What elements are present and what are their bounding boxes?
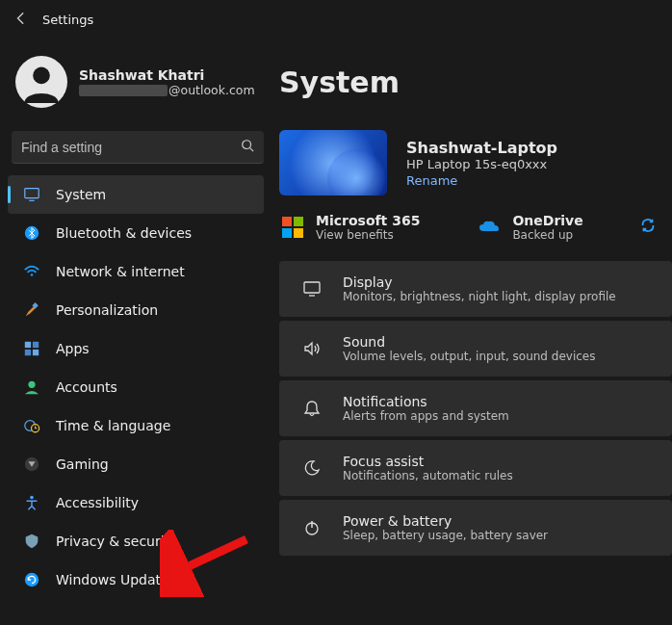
card-display[interactable]: Display Monitors, brightness, night ligh… bbox=[279, 261, 672, 317]
svg-rect-8 bbox=[25, 342, 31, 348]
svg-rect-18 bbox=[304, 282, 320, 293]
sidebar-item-system[interactable]: System bbox=[8, 175, 264, 214]
power-icon bbox=[295, 518, 329, 537]
moon-icon bbox=[295, 458, 329, 478]
svg-rect-3 bbox=[25, 189, 39, 198]
device-info: Shashwat-Laptop HP Laptop 15s-eq0xxx Ren… bbox=[279, 122, 672, 213]
sidebar-item-label: Accounts bbox=[56, 379, 117, 395]
microsoft-365-title: Microsoft 365 bbox=[316, 213, 420, 228]
gaming-icon bbox=[21, 456, 42, 473]
card-title: Sound bbox=[343, 334, 595, 350]
cloud-services-row: Microsoft 365 View benefits OneDrive Bac… bbox=[279, 213, 672, 259]
update-icon bbox=[21, 571, 42, 588]
sidebar-item-label: Personalization bbox=[56, 302, 158, 318]
sidebar-nav: System Bluetooth & devices Network & int… bbox=[4, 175, 271, 599]
account-icon bbox=[21, 378, 42, 396]
card-notifications[interactable]: Notifications Alerts from apps and syste… bbox=[279, 380, 672, 436]
rename-link[interactable]: Rename bbox=[406, 173, 557, 188]
wifi-icon bbox=[21, 263, 42, 280]
system-icon bbox=[21, 186, 42, 203]
sidebar-item-apps[interactable]: Apps bbox=[8, 329, 264, 368]
svg-point-16 bbox=[30, 496, 34, 500]
device-wallpaper-thumb bbox=[279, 130, 387, 195]
sidebar-item-privacy-security[interactable]: Privacy & security bbox=[8, 522, 264, 560]
bell-icon bbox=[295, 399, 329, 418]
sidebar-item-bluetooth[interactable]: Bluetooth & devices bbox=[8, 214, 264, 252]
card-title: Notifications bbox=[343, 394, 509, 409]
globe-clock-icon bbox=[21, 417, 42, 434]
sidebar-item-label: Windows Update bbox=[56, 572, 169, 587]
card-power-battery[interactable]: Power & battery Sleep, battery usage, ba… bbox=[279, 500, 672, 556]
svg-point-12 bbox=[28, 381, 35, 388]
page-heading: System bbox=[279, 65, 672, 99]
sidebar-item-accessibility[interactable]: Accessibility bbox=[8, 483, 264, 522]
card-sub: Volume levels, output, input, sound devi… bbox=[343, 350, 595, 363]
profile[interactable]: Shashwat Khatri @outlook.com bbox=[4, 46, 271, 121]
card-sub: Sleep, battery usage, battery saver bbox=[343, 529, 548, 542]
sidebar-item-label: Time & language bbox=[56, 418, 170, 433]
microsoft-365-sub: View benefits bbox=[316, 228, 420, 242]
sidebar-item-label: Apps bbox=[56, 341, 90, 356]
device-model: HP Laptop 15s-eq0xxx bbox=[406, 157, 557, 171]
apps-icon bbox=[21, 340, 42, 357]
device-name: Shashwat-Laptop bbox=[406, 139, 557, 157]
svg-point-6 bbox=[31, 273, 34, 276]
bluetooth-icon bbox=[21, 224, 42, 242]
search-input[interactable] bbox=[21, 140, 241, 155]
svg-point-0 bbox=[33, 67, 50, 85]
profile-name: Shashwat Khatri bbox=[79, 67, 255, 83]
accessibility-icon bbox=[21, 494, 42, 511]
card-sub: Monitors, brightness, night light, displ… bbox=[343, 290, 616, 303]
sidebar-item-windows-update[interactable]: Windows Update bbox=[8, 560, 264, 599]
card-sub: Notifications, automatic rules bbox=[343, 469, 513, 482]
onedrive-title: OneDrive bbox=[512, 213, 582, 228]
sidebar-item-label: Privacy & security bbox=[56, 534, 177, 549]
card-title: Power & battery bbox=[343, 513, 548, 529]
sidebar-item-label: Network & internet bbox=[56, 264, 185, 279]
sidebar-item-label: Accessibility bbox=[56, 495, 139, 510]
shield-icon bbox=[21, 533, 42, 550]
svg-point-17 bbox=[25, 573, 39, 586]
sidebar-item-gaming[interactable]: Gaming bbox=[8, 445, 264, 483]
svg-rect-10 bbox=[25, 350, 31, 355]
svg-line-2 bbox=[250, 148, 254, 152]
avatar bbox=[15, 56, 67, 108]
profile-email: @outlook.com bbox=[79, 83, 255, 97]
card-focus-assist[interactable]: Focus assist Notifications, automatic ru… bbox=[279, 440, 672, 496]
card-sound[interactable]: Sound Volume levels, output, input, soun… bbox=[279, 321, 672, 377]
svg-rect-11 bbox=[33, 350, 39, 355]
sidebar-item-label: System bbox=[56, 187, 106, 202]
microsoft-365-card[interactable]: Microsoft 365 View benefits bbox=[279, 213, 420, 242]
onedrive-sub: Backed up bbox=[512, 228, 582, 242]
card-title: Focus assist bbox=[343, 454, 513, 469]
search-box[interactable] bbox=[12, 131, 264, 164]
brush-icon bbox=[21, 301, 42, 319]
search-icon bbox=[241, 139, 254, 155]
back-button[interactable] bbox=[8, 11, 35, 29]
microsoft-365-icon bbox=[279, 214, 306, 241]
main-content: System Shashwat-Laptop HP Laptop 15s-eq0… bbox=[279, 39, 672, 625]
sidebar-item-time-language[interactable]: Time & language bbox=[8, 406, 264, 445]
onedrive-card[interactable]: OneDrive Backed up bbox=[476, 213, 582, 242]
svg-rect-9 bbox=[33, 342, 39, 348]
sidebar-item-label: Bluetooth & devices bbox=[56, 225, 192, 241]
onedrive-icon bbox=[476, 214, 503, 241]
sidebar: Shashwat Khatri @outlook.com System Blue… bbox=[0, 39, 279, 625]
card-sub: Alerts from apps and system bbox=[343, 409, 509, 423]
redacted-username bbox=[79, 85, 168, 96]
sidebar-item-network[interactable]: Network & internet bbox=[8, 252, 264, 291]
sound-icon bbox=[295, 339, 329, 358]
sidebar-item-accounts[interactable]: Accounts bbox=[8, 368, 264, 406]
sidebar-item-personalization[interactable]: Personalization bbox=[8, 291, 264, 329]
sync-button[interactable] bbox=[637, 215, 659, 236]
settings-card-list: Display Monitors, brightness, night ligh… bbox=[279, 261, 672, 556]
sidebar-item-label: Gaming bbox=[56, 456, 109, 472]
window-title: Settings bbox=[42, 13, 93, 27]
display-icon bbox=[295, 279, 329, 299]
svg-point-1 bbox=[243, 141, 251, 149]
card-title: Display bbox=[343, 274, 616, 290]
